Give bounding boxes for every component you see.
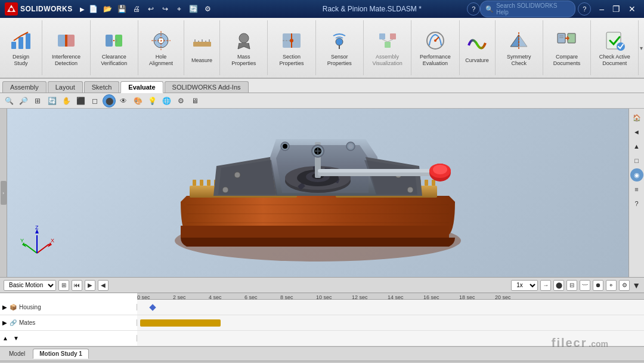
playback-speed-select[interactable]: 1x 2x 0.5x	[511, 280, 538, 291]
timeline-play-btn[interactable]: ▶	[85, 280, 95, 291]
model-tab[interactable]: Model	[2, 349, 32, 359]
save-btn[interactable]: 💾	[116, 2, 129, 16]
feature-manager-btn[interactable]: ≡	[630, 183, 643, 196]
timeline-collapse-btn[interactable]: ▼	[632, 281, 640, 290]
tab-assembly[interactable]: Assembly	[2, 81, 47, 93]
clearance-icon	[102, 29, 126, 53]
help-btn[interactable]: ?	[578, 2, 591, 16]
view-orientation-btn[interactable]: ⬛	[74, 94, 87, 107]
timeline-settings-btn[interactable]: ⚙	[619, 280, 630, 291]
svg-rect-33	[558, 33, 565, 43]
rotate-view-btn[interactable]: 🔄	[45, 94, 58, 107]
close-btn[interactable]: ✕	[625, 5, 639, 13]
sensor-btn[interactable]: Sensor Properties	[320, 26, 360, 70]
timeline-rewind-btn[interactable]: ◀	[98, 280, 109, 291]
display-settings-btn[interactable]: 🖥	[188, 94, 202, 107]
assembly-viz-btn[interactable]: Assembly Visualization	[367, 26, 407, 70]
minimize-btn[interactable]: –	[596, 5, 608, 13]
timeline-rows: ▶ 📦 Housing ▶ 🔗 Mates ▲ ▼	[0, 300, 644, 346]
open-btn[interactable]: 📂	[101, 2, 114, 16]
rebuild-btn[interactable]: 🔄	[187, 2, 200, 16]
timeline-motion-btn[interactable]: ⌖	[606, 280, 617, 291]
display-style-btn[interactable]: ⬤	[103, 94, 116, 107]
timeline-forward-btn[interactable]: →	[540, 280, 551, 291]
mates-expand-btn[interactable]: ▶	[2, 319, 7, 326]
mass-properties-btn[interactable]: Mass Properties	[224, 26, 264, 70]
appearance-btn[interactable]: 🎨	[131, 94, 144, 107]
performance-eval-btn[interactable]: Performance Evaluation	[415, 26, 455, 70]
empty-label: ▲ ▼	[0, 335, 137, 342]
housing-expand-btn[interactable]: ▶	[2, 304, 7, 310]
timeline-autokey-btn[interactable]: ⏮	[72, 280, 82, 291]
tab-addins[interactable]: SOLIDWORKS Add-Ins	[165, 81, 249, 93]
left-panel-collapse-btn[interactable]: ›	[1, 181, 7, 205]
check-active-document-btn[interactable]: Check Active Document	[595, 26, 634, 70]
assembly-viz-buttons: Assembly Visualization	[367, 21, 407, 74]
timeline-key-btn[interactable]: ⬤	[553, 280, 564, 291]
options-btn[interactable]: ⚙	[202, 2, 215, 16]
ribbon-collapse-btn[interactable]: ▾	[639, 20, 644, 75]
toolbar-expand-btn[interactable]: ▶	[78, 6, 87, 13]
symmetry-check-btn[interactable]: Symmetry Check	[499, 26, 539, 70]
search-box[interactable]: 🔍 Search SOLIDWORKS Help	[480, 1, 575, 17]
right-help-btn[interactable]: ?	[630, 197, 643, 210]
section-btn[interactable]: Section Properties	[271, 26, 311, 70]
redo-btn[interactable]: ↪	[159, 2, 172, 16]
assembly-viz-label: Assembly Visualization	[371, 54, 403, 67]
timeline-filter-btn[interactable]: ⊟	[566, 280, 577, 291]
expand-up-btn[interactable]: ▲	[2, 335, 8, 342]
mates-track[interactable]	[137, 315, 644, 330]
design-study-buttons: Design Study	[4, 21, 38, 74]
ribbon-group-hole: Hole Alignment	[138, 20, 184, 75]
curvature-btn[interactable]: Curvature	[461, 29, 493, 67]
view-palette-btn[interactable]: ◉	[630, 168, 643, 182]
timeline-record-btn[interactable]: ⏺	[593, 280, 603, 291]
lighting-btn[interactable]: 💡	[145, 94, 159, 107]
timeline-grid-btn[interactable]: ⊞	[58, 280, 69, 291]
scene-btn[interactable]: 🌐	[160, 94, 173, 107]
motion-type-select[interactable]: Basic Motion	[4, 280, 56, 291]
motion-study-tab[interactable]: Motion Study 1	[33, 349, 89, 359]
axis-triad: X Y Z	[19, 223, 55, 259]
zoom-previous-btn[interactable]: ◄	[630, 125, 643, 139]
ribbon-group-compare: Compare Documents	[543, 20, 591, 75]
app-name-label: SOLIDWORKS	[20, 5, 73, 13]
3d-viewport[interactable]: X Y Z	[7, 109, 628, 277]
help-question-btn[interactable]: ?	[467, 2, 480, 16]
new-btn[interactable]: 📄	[87, 2, 100, 16]
hide-show-btn[interactable]: 👁	[117, 94, 130, 107]
measure-btn[interactable]: Measure	[186, 29, 218, 67]
section-view-btn[interactable]: □	[630, 154, 643, 167]
clearance-verification-btn[interactable]: Clearance Verification	[94, 26, 134, 70]
sw-logo-icon	[5, 2, 18, 16]
performance-label: Performance Evaluation	[419, 54, 451, 67]
compare-documents-btn[interactable]: Compare Documents	[547, 26, 587, 70]
housing-track[interactable]	[137, 300, 644, 315]
tab-sketch[interactable]: Sketch	[84, 81, 120, 93]
standard-views-btn[interactable]: ◻	[88, 94, 101, 107]
svg-text:Y: Y	[20, 238, 24, 244]
svg-rect-1	[11, 42, 16, 49]
print-btn[interactable]: 🖨	[130, 2, 143, 16]
zoom-to-fit-btn[interactable]: 🔍	[2, 94, 16, 107]
timeline-wave-btn[interactable]: 〰	[580, 280, 590, 291]
zoom-window-btn[interactable]: ⊞	[31, 94, 44, 107]
undo-btn[interactable]: ↩	[144, 2, 157, 16]
housing-keyframe[interactable]	[149, 304, 156, 310]
zoom-in-right-btn[interactable]: ▲	[630, 140, 643, 153]
hole-alignment-btn[interactable]: Hole Alignment	[142, 26, 180, 70]
svg-rect-26	[385, 42, 391, 48]
empty-track[interactable]	[137, 331, 644, 346]
view-settings-btn[interactable]: ⚙	[174, 94, 187, 107]
zoom-in-btn[interactable]: 🔎	[17, 94, 30, 107]
tab-layout[interactable]: Layout	[48, 81, 83, 93]
home-view-btn[interactable]: 🏠	[630, 111, 643, 124]
cursor-btn[interactable]: ⌖	[173, 2, 186, 16]
expand-down-btn[interactable]: ▼	[13, 335, 19, 342]
tab-evaluate[interactable]: Evaluate	[120, 81, 163, 93]
design-study-btn[interactable]: Design Study	[4, 26, 38, 70]
svg-point-21	[290, 39, 293, 42]
restore-btn[interactable]: ❐	[609, 5, 624, 13]
pan-btn[interactable]: ✋	[60, 94, 73, 107]
interference-detection-btn[interactable]: Interference Detection	[46, 26, 86, 70]
